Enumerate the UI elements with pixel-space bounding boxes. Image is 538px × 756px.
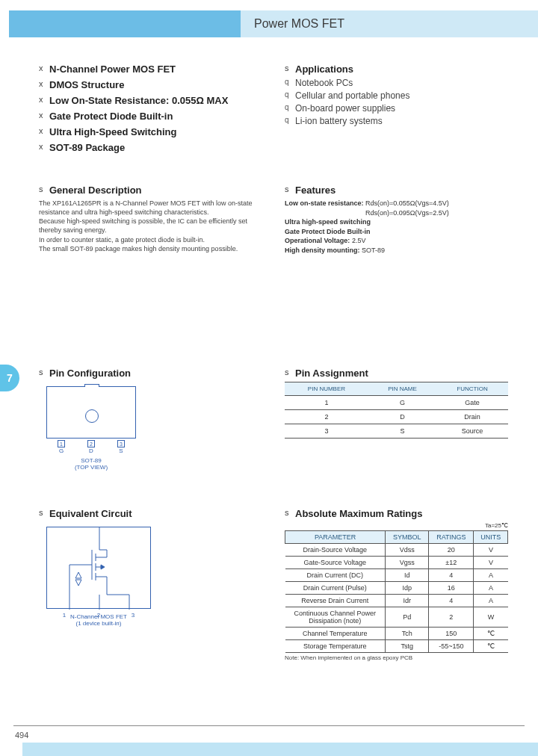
- th-ratings: RATINGS: [429, 530, 474, 543]
- th-function: FUNCTION: [436, 382, 508, 395]
- th-parameter: PARAMETER: [285, 530, 386, 543]
- page-number: 494: [15, 731, 28, 740]
- table-row: 1GGate: [285, 395, 508, 409]
- gd-line: The XP161A1265PR is a N-Channel Power MO…: [39, 199, 252, 216]
- feat-line: Operational Voltage:: [285, 237, 350, 244]
- table-row: 3SSource: [285, 424, 508, 438]
- table-row: 2DDrain: [285, 409, 508, 424]
- header-title: Power MOS FET: [241, 10, 538, 37]
- bullet-item: Ultra High-Speed Switching: [39, 126, 262, 137]
- feat-line: Ultra high-speed switching: [285, 218, 371, 226]
- svg-marker-19: [75, 580, 81, 586]
- gd-line: The small SOT-89 package makes high dens…: [39, 245, 238, 252]
- max-ratings-table: PARAMETER SYMBOL RATINGS UNITS Drain-Sou…: [285, 530, 508, 653]
- feat-line: Gate Protect Diode Built-in: [285, 228, 371, 235]
- pin-assignment-heading: Pin Assignment: [285, 368, 508, 379]
- th-symbol: SYMBOL: [386, 530, 429, 543]
- svg-marker-11: [101, 565, 105, 569]
- general-description-body: The XP161A1265PR is a N-Channel Power MO…: [39, 199, 262, 253]
- header-band: Power MOS FET: [0, 10, 538, 37]
- pin-num: 1: [58, 440, 65, 447]
- table-row: Reverse Drain CurrentIdr4A: [285, 594, 508, 607]
- svg-marker-18: [75, 572, 81, 578]
- table-row: Continuous Channel Power Dissipation (no…: [285, 607, 508, 627]
- table-row: Channel TemperatureTch150℃: [285, 627, 508, 639]
- app-item: On-board power supplies: [285, 103, 508, 114]
- eq-pin: 1: [63, 612, 66, 619]
- feat-line: Rds(on)=0.055Ω(Vgs=4.5V): [365, 199, 449, 207]
- bullet-item: Low On-State Resistance: 0.055Ω MAX: [39, 95, 262, 106]
- mosfet-schematic-icon: [47, 527, 152, 610]
- table-row: Storage TemperatureTstg-55~150℃: [285, 639, 508, 652]
- general-description-heading: General Description: [39, 185, 262, 196]
- max-ratings-note: Note: When implemented on a glass epoxy …: [285, 654, 508, 661]
- pin-config-diagram: [46, 386, 136, 439]
- feat-line: Low on-state resistance:: [285, 199, 364, 207]
- th-pin-name: PIN NAME: [368, 382, 436, 395]
- max-ratings-heading: Absolute Maximum Ratings: [285, 508, 508, 519]
- table-row: Drain-Source VoltageVdss20V: [285, 543, 508, 556]
- th-units: UNITS: [474, 530, 508, 543]
- features-body: Low on-state resistance: Rds(on)=0.055Ω(…: [285, 199, 508, 255]
- bullet-item: DMOS Structure: [39, 79, 262, 90]
- feat-line: Rds(on)=0.095Ω(Vgs=2.5V): [285, 209, 449, 217]
- feat-line: 2.5V: [352, 237, 366, 244]
- eq-pin: 2: [97, 612, 100, 619]
- ta-condition: Ta=25℃: [285, 522, 508, 529]
- pin-num: 2: [87, 440, 95, 447]
- bullet-item: N-Channel Power MOS FET: [39, 63, 262, 75]
- equivalent-circuit-diagram: 1 2 3: [46, 527, 151, 609]
- pin-assignment-table: PIN NUMBER PIN NAME FUNCTION 1GGate 2DDr…: [285, 382, 508, 439]
- features-heading: Features: [285, 185, 508, 196]
- footer-divider: [13, 725, 525, 726]
- footer-band: [22, 743, 538, 756]
- pin-leads: 1G 2D 3S: [46, 439, 136, 454]
- feat-line: SOT-89: [362, 247, 385, 254]
- pin-config-heading: Pin Configuration: [39, 368, 262, 379]
- gd-line: In order to counter static, a gate prote…: [39, 236, 205, 244]
- header-left-block: [9, 10, 241, 37]
- pin-name: G: [59, 447, 64, 454]
- feat-line: High density mounting:: [285, 247, 360, 254]
- table-row: Gate-Source VoltageVgss±12V: [285, 556, 508, 568]
- app-item: Cellular and portable phones: [285, 90, 508, 101]
- pin-name: S: [119, 447, 123, 454]
- table-row: Drain Current (DC)Id4A: [285, 568, 508, 581]
- feature-bullets: N-Channel Power MOS FET DMOS Structure L…: [39, 63, 262, 153]
- table-row: Drain Current (Pulse)Idp16A: [285, 581, 508, 594]
- app-item: Notebook PCs: [285, 78, 508, 88]
- app-item: Li-ion battery systems: [285, 116, 508, 126]
- bullet-item: Gate Protect Diode Built-in: [39, 111, 262, 122]
- eq-pin: 3: [132, 612, 134, 619]
- applications-list: Notebook PCs Cellular and portable phone…: [285, 78, 508, 126]
- pin-num: 3: [117, 440, 125, 447]
- bullet-item: SOT-89 Package: [39, 142, 262, 153]
- applications-heading: Applications: [285, 63, 508, 75]
- equivalent-circuit-heading: Equivalent Circuit: [39, 508, 262, 519]
- gd-line: Because high-speed switching is possible…: [39, 217, 247, 234]
- pin-name: D: [89, 447, 93, 454]
- th-pin-number: PIN NUMBER: [285, 382, 368, 395]
- pin-config-caption: SOT-89(TOP VIEW): [39, 457, 143, 471]
